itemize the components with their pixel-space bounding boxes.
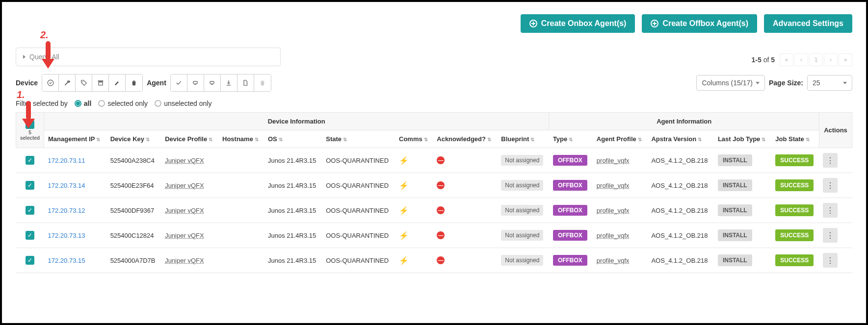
mgmt-ip-link[interactable]: 172.20.73.12 bbox=[48, 207, 85, 214]
mgmt-ip-link[interactable]: 172.20.73.15 bbox=[48, 257, 85, 264]
col-device-profile[interactable]: Device Profile⇅ bbox=[161, 130, 218, 148]
type-badge: OFFBOX bbox=[553, 155, 587, 166]
delete-agent-button bbox=[254, 75, 271, 91]
agent-profile-link[interactable]: profile_vqfx bbox=[597, 182, 629, 189]
filter-selected-label: selected only bbox=[107, 100, 148, 107]
radio-icon bbox=[155, 100, 161, 107]
query-label: Query: All bbox=[29, 53, 59, 61]
col-job-state[interactable]: Job State⇅ bbox=[771, 130, 819, 148]
svg-rect-5 bbox=[210, 81, 214, 84]
col-state[interactable]: State⇅ bbox=[322, 130, 395, 148]
download-button[interactable] bbox=[221, 75, 237, 91]
mgmt-ip-link[interactable]: 172.20.73.11 bbox=[48, 157, 85, 164]
row-actions-button[interactable]: ⋮ bbox=[823, 203, 838, 218]
svg-rect-2 bbox=[98, 80, 103, 81]
page-prev-button[interactable]: ‹ bbox=[794, 53, 808, 66]
page-first-button[interactable]: « bbox=[780, 53, 793, 66]
row-checkbox[interactable]: ✓ bbox=[26, 256, 34, 265]
device-profile-link[interactable]: Juniper vQFX bbox=[165, 257, 204, 264]
edit-button[interactable] bbox=[109, 75, 126, 91]
plug-icon: ⚡ bbox=[399, 231, 409, 240]
file-button[interactable] bbox=[237, 75, 254, 91]
blueprint-badge: Not assigned bbox=[501, 230, 543, 241]
filter-unselected-label: unselected only bbox=[164, 100, 211, 107]
job-state-badge: SUCCESS bbox=[775, 204, 814, 216]
col-comms[interactable]: Comms⇅ bbox=[395, 130, 433, 148]
mgmt-ip-link[interactable]: 172.20.73.13 bbox=[48, 232, 85, 239]
col-last-job[interactable]: Last Job Type⇅ bbox=[714, 130, 771, 148]
table-row: ✓172.20.73.12525400DF9367Juniper vQFXJun… bbox=[16, 198, 852, 223]
radio-icon bbox=[98, 100, 105, 107]
page-last-button[interactable]: » bbox=[839, 53, 852, 66]
create-offbox-label: Create Offbox Agent(s) bbox=[662, 19, 748, 28]
filter-unselected-radio[interactable]: unselected only bbox=[155, 100, 211, 107]
not-acknowledged-icon: — bbox=[437, 256, 445, 264]
filter-all-radio[interactable]: all bbox=[75, 100, 92, 107]
device-key: 525400A238C4 bbox=[106, 148, 161, 173]
col-os[interactable]: OS⇅ bbox=[264, 130, 322, 148]
wrench-button[interactable] bbox=[59, 75, 76, 91]
create-offbox-button[interactable]: Create Offbox Agent(s) bbox=[642, 14, 757, 33]
svg-point-0 bbox=[48, 80, 53, 86]
filter-selected-radio[interactable]: selected only bbox=[98, 100, 148, 107]
row-checkbox[interactable]: ✓ bbox=[26, 181, 34, 190]
device-profile-link[interactable]: Juniper vQFX bbox=[165, 207, 204, 214]
create-onbox-button[interactable]: Create Onbox Agent(s) bbox=[521, 14, 635, 33]
check-button[interactable] bbox=[171, 75, 187, 91]
page-1-button[interactable]: 1 bbox=[809, 53, 823, 66]
page-next-button[interactable]: › bbox=[824, 53, 838, 66]
select-all-checkbox[interactable]: ✓ bbox=[26, 120, 34, 129]
col-blueprint[interactable]: Blueprint⇅ bbox=[497, 130, 549, 148]
caret-down-icon bbox=[843, 82, 847, 84]
hostname bbox=[218, 223, 264, 248]
delete-button[interactable] bbox=[126, 75, 142, 91]
row-actions-button[interactable]: ⋮ bbox=[823, 228, 838, 243]
col-agent-profile[interactable]: Agent Profile⇅ bbox=[593, 130, 648, 148]
archive-button[interactable] bbox=[92, 75, 109, 91]
job-state-badge: SUCCESS bbox=[775, 229, 814, 241]
row-actions-button[interactable]: ⋮ bbox=[823, 153, 838, 168]
svg-rect-3 bbox=[99, 82, 103, 85]
os: Junos 21.4R3.15 bbox=[264, 198, 322, 223]
advanced-settings-label: Advanced Settings bbox=[773, 19, 843, 28]
agent-profile-link[interactable]: profile_vqfx bbox=[597, 207, 629, 214]
tag-button[interactable] bbox=[76, 75, 92, 91]
pagination-text: 1-5 of 5 bbox=[752, 56, 775, 64]
hostname bbox=[218, 248, 264, 273]
col-type[interactable]: Type⇅ bbox=[549, 130, 593, 148]
collect2-button[interactable] bbox=[204, 75, 221, 91]
row-checkbox[interactable]: ✓ bbox=[26, 206, 34, 215]
job-type-badge: INSTALL bbox=[718, 154, 752, 166]
acknowledge-button[interactable] bbox=[42, 75, 59, 91]
blueprint-badge: Not assigned bbox=[501, 180, 543, 191]
device-profile-link[interactable]: Juniper vQFX bbox=[165, 182, 204, 189]
col-ack[interactable]: Acknowledged?⇅ bbox=[433, 130, 497, 148]
agent-profile-link[interactable]: profile_vqfx bbox=[597, 232, 629, 239]
col-hostname[interactable]: Hostname⇅ bbox=[218, 130, 264, 148]
collect-button[interactable] bbox=[187, 75, 204, 91]
agent-profile-link[interactable]: profile_vqfx bbox=[597, 257, 629, 264]
col-mgmt-ip[interactable]: Management IP⇅ bbox=[44, 130, 106, 148]
device-profile-link[interactable]: Juniper vQFX bbox=[165, 157, 204, 164]
type-badge: OFFBOX bbox=[553, 230, 587, 241]
apstra-version: AOS_4.1.2_OB.218 bbox=[647, 148, 713, 173]
page-size-selector[interactable]: 25 bbox=[807, 75, 852, 91]
row-checkbox[interactable]: ✓ bbox=[26, 231, 34, 240]
columns-selector[interactable]: Columns (15/17) bbox=[696, 75, 765, 91]
row-checkbox[interactable]: ✓ bbox=[26, 156, 34, 165]
job-type-badge: INSTALL bbox=[718, 229, 752, 241]
advanced-settings-button[interactable]: Advanced Settings bbox=[764, 14, 852, 33]
mgmt-ip-link[interactable]: 172.20.73.14 bbox=[48, 182, 85, 189]
col-apstra-ver[interactable]: Apstra Version⇅ bbox=[647, 130, 713, 148]
caret-right-icon bbox=[23, 55, 26, 59]
apstra-version: AOS_4.1.2_OB.218 bbox=[647, 248, 713, 273]
row-actions-button[interactable]: ⋮ bbox=[823, 178, 838, 193]
query-box[interactable]: Query: All bbox=[16, 48, 281, 66]
create-onbox-label: Create Onbox Agent(s) bbox=[541, 19, 627, 28]
col-device-key[interactable]: Device Key⇅ bbox=[106, 130, 161, 148]
device-profile-link[interactable]: Juniper vQFX bbox=[165, 232, 204, 239]
row-actions-button[interactable]: ⋮ bbox=[823, 253, 838, 268]
table-row: ✓172.20.73.11525400A238C4Juniper vQFXJun… bbox=[16, 148, 852, 173]
job-state-badge: SUCCESS bbox=[775, 179, 814, 191]
agent-profile-link[interactable]: profile_vqfx bbox=[597, 157, 629, 164]
